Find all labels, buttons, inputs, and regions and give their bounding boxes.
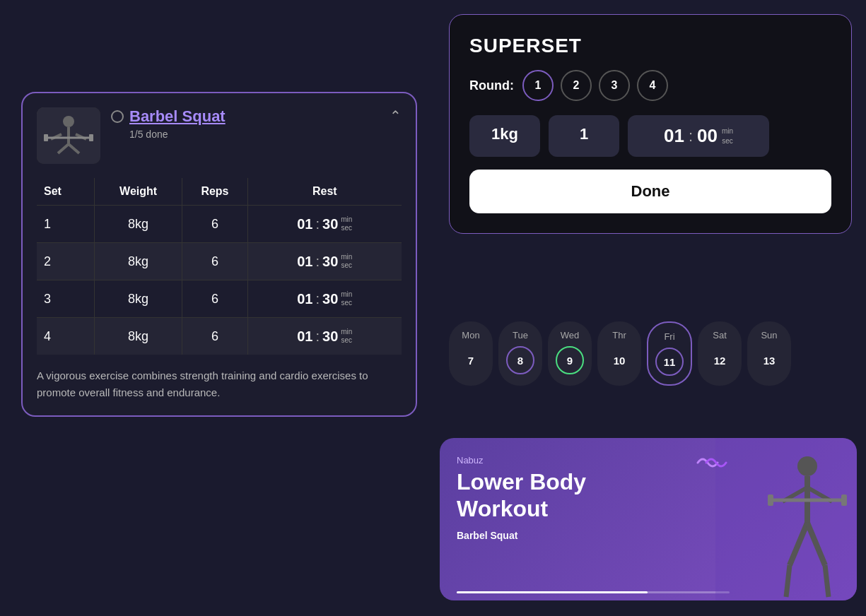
timer-colon: : xyxy=(689,127,693,146)
rest-sec: 30 xyxy=(322,216,338,232)
day-name: Tue xyxy=(513,330,528,340)
rest-min: 01 xyxy=(297,291,312,307)
svg-rect-9 xyxy=(89,134,93,141)
workout-logo xyxy=(694,452,730,478)
day-name: Wed xyxy=(561,330,580,340)
workout-subtitle: Barbel Squat xyxy=(457,530,840,541)
round-buttons: 1234 xyxy=(522,70,668,101)
done-button[interactable]: Done xyxy=(469,170,831,213)
round-button-2[interactable]: 2 xyxy=(561,70,592,101)
weight-value: 1kg xyxy=(491,125,518,143)
rest-min: 01 xyxy=(297,216,312,232)
rest-units: minsec xyxy=(341,253,352,270)
set-number: 4 xyxy=(37,318,94,355)
workout-source: Nabuz xyxy=(457,455,840,466)
day-name: Mon xyxy=(462,330,479,340)
rest-min: 01 xyxy=(297,254,312,270)
rest-sec: 30 xyxy=(322,254,338,270)
round-button-1[interactable]: 1 xyxy=(522,70,554,101)
col-set: Set xyxy=(37,178,94,206)
set-weight: 8kg xyxy=(94,280,182,318)
set-reps: 6 xyxy=(182,318,247,355)
day-pill-fri[interactable]: Fri 11 xyxy=(647,321,692,386)
day-circle: 7 xyxy=(457,346,485,374)
set-reps: 6 xyxy=(182,243,247,280)
workout-banner[interactable]: Nabuz Lower BodyWorkout Barbel Squat xyxy=(440,438,857,600)
exercise-header: Barbel Squat 1/5 done ⌃ xyxy=(37,107,402,164)
exercise-progress: 1/5 done xyxy=(129,129,379,140)
collapse-button[interactable]: ⌃ xyxy=(390,107,402,124)
exercise-thumbnail xyxy=(37,107,100,164)
svg-rect-8 xyxy=(44,134,48,141)
set-reps: 6 xyxy=(182,206,247,243)
round-button-4[interactable]: 4 xyxy=(637,70,668,101)
exercise-title-row: Barbel Squat xyxy=(111,107,379,126)
reps-box[interactable]: 1 xyxy=(549,115,619,157)
table-row: 4 8kg 6 01 : 30 minsec xyxy=(37,318,402,355)
rest-colon: : xyxy=(315,254,320,270)
set-number: 3 xyxy=(37,280,94,318)
workout-title: Lower BodyWorkout xyxy=(457,468,840,523)
svg-point-1 xyxy=(63,116,74,127)
day-pill-tue[interactable]: Tue 8 xyxy=(498,321,542,386)
day-name: Sun xyxy=(761,330,777,340)
set-number: 1 xyxy=(37,206,94,243)
set-rest: 01 : 30 minsec xyxy=(247,280,402,318)
day-name: Fri xyxy=(664,331,674,342)
table-row: 3 8kg 6 01 : 30 minsec xyxy=(37,280,402,318)
rest-units: minsec xyxy=(341,328,352,345)
day-pill-wed[interactable]: Wed 9 xyxy=(548,321,592,386)
round-label: Round: xyxy=(469,78,514,93)
workout-progress-fill xyxy=(457,591,648,593)
set-number: 2 xyxy=(37,243,94,280)
day-circle: 12 xyxy=(706,346,734,374)
day-name: Sat xyxy=(713,330,727,340)
col-weight: Weight xyxy=(94,178,182,206)
min-label: min xyxy=(722,126,733,136)
day-name: Thr xyxy=(612,330,626,340)
set-weight: 8kg xyxy=(94,243,182,280)
day-pill-thr[interactable]: Thr 10 xyxy=(597,321,641,386)
round-button-3[interactable]: 3 xyxy=(599,70,630,101)
day-circle: 11 xyxy=(655,348,684,376)
exercise-name: Barbel Squat xyxy=(129,107,226,126)
workout-table: Set Weight Reps Rest 1 8kg 6 01 : 30 min… xyxy=(37,178,402,355)
rest-min: 01 xyxy=(297,328,312,345)
day-circle: 8 xyxy=(506,346,534,374)
set-rest: 01 : 30 minsec xyxy=(247,243,402,280)
exercise-card: Barbel Squat 1/5 done ⌃ Set Weight Reps … xyxy=(21,92,417,417)
rest-units: minsec xyxy=(341,215,352,232)
day-pill-sun[interactable]: Sun 13 xyxy=(747,321,791,386)
rest-colon: : xyxy=(315,291,320,307)
timer-units: min sec xyxy=(722,126,733,146)
calendar-row: Mon 7 Tue 8 Wed 9 Thr 10 Fri 11 Sat xyxy=(449,321,791,386)
set-reps: 6 xyxy=(182,280,247,318)
exercise-title-area: Barbel Squat 1/5 done xyxy=(111,107,379,140)
rest-colon: : xyxy=(315,216,320,232)
reps-value: 1 xyxy=(580,125,588,143)
rest-units: minsec xyxy=(341,290,352,307)
superset-title: SUPERSET xyxy=(469,35,831,57)
exercise-description: A vigorous exercise combines strength tr… xyxy=(37,367,402,401)
superset-card: SUPERSET Round: 1234 1kg 1 01 : 00 min s… xyxy=(449,14,852,234)
set-weight: 8kg xyxy=(94,206,182,243)
workout-progress-bar xyxy=(457,591,730,593)
svg-line-20 xyxy=(786,565,790,597)
workout-banner-content: Nabuz Lower BodyWorkout Barbel Squat xyxy=(440,438,857,555)
set-weight: 8kg xyxy=(94,318,182,355)
table-row: 2 8kg 6 01 : 30 minsec xyxy=(37,243,402,280)
circle-icon xyxy=(111,110,124,123)
day-circle: 10 xyxy=(605,346,633,374)
weight-box[interactable]: 1kg xyxy=(469,115,540,157)
day-pill-mon[interactable]: Mon 7 xyxy=(449,321,493,386)
svg-line-21 xyxy=(825,565,829,597)
rest-sec: 30 xyxy=(322,291,338,307)
col-reps: Reps xyxy=(182,178,247,206)
col-rest: Rest xyxy=(247,178,402,206)
day-pill-sat[interactable]: Sat 12 xyxy=(698,321,742,386)
set-rest: 01 : 30 minsec xyxy=(247,318,402,355)
timer-box[interactable]: 01 : 00 min sec xyxy=(628,115,769,157)
set-rest: 01 : 30 minsec xyxy=(247,206,402,243)
timer-sec: 00 xyxy=(697,125,718,147)
day-circle: 13 xyxy=(755,346,783,374)
